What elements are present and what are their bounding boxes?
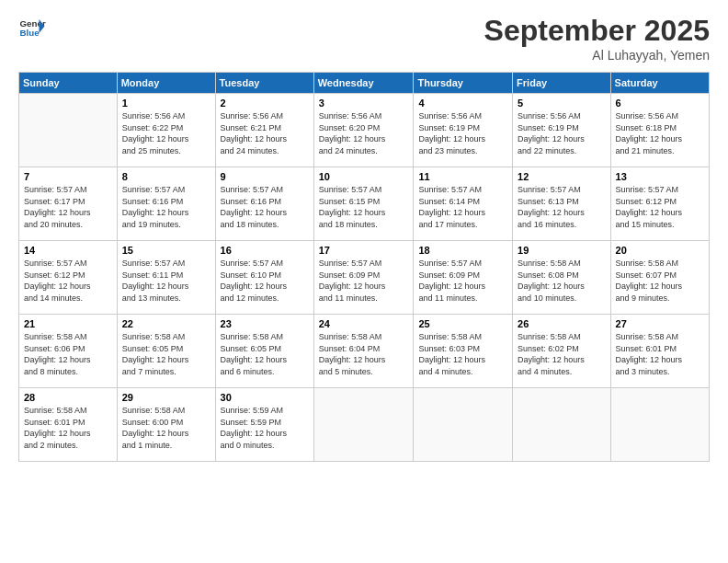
calendar-week-row: 21Sunrise: 5:58 AM Sunset: 6:06 PM Dayli… xyxy=(19,315,710,388)
table-row: 12Sunrise: 5:57 AM Sunset: 6:13 PM Dayli… xyxy=(513,167,610,241)
header: General Blue September 2025 Al Luhayyah,… xyxy=(18,14,710,63)
logo-icon: General Blue xyxy=(18,14,46,41)
day-number: 14 xyxy=(24,245,112,256)
day-info: Sunrise: 5:57 AM Sunset: 6:14 PM Dayligh… xyxy=(418,184,507,230)
day-number: 25 xyxy=(418,318,507,329)
day-info: Sunrise: 5:58 AM Sunset: 6:02 PM Dayligh… xyxy=(518,331,605,377)
table-row: 9Sunrise: 5:57 AM Sunset: 6:16 PM Daylig… xyxy=(215,167,313,241)
day-number: 10 xyxy=(319,171,409,182)
day-info: Sunrise: 5:58 AM Sunset: 6:06 PM Dayligh… xyxy=(24,331,112,377)
day-number: 1 xyxy=(122,98,210,109)
day-info: Sunrise: 5:57 AM Sunset: 6:16 PM Dayligh… xyxy=(122,184,210,230)
col-thursday: Thursday xyxy=(414,73,513,94)
day-info: Sunrise: 5:57 AM Sunset: 6:13 PM Dayligh… xyxy=(518,184,605,230)
day-info: Sunrise: 5:57 AM Sunset: 6:09 PM Dayligh… xyxy=(319,258,409,304)
day-info: Sunrise: 5:58 AM Sunset: 6:07 PM Dayligh… xyxy=(616,258,704,304)
table-row: 1Sunrise: 5:56 AM Sunset: 6:22 PM Daylig… xyxy=(117,94,215,167)
day-number: 17 xyxy=(319,245,409,256)
day-info: Sunrise: 5:57 AM Sunset: 6:09 PM Dayligh… xyxy=(418,258,507,304)
day-info: Sunrise: 5:57 AM Sunset: 6:15 PM Dayligh… xyxy=(319,184,409,230)
table-row: 29Sunrise: 5:58 AM Sunset: 6:00 PM Dayli… xyxy=(117,388,215,462)
table-row xyxy=(313,388,414,462)
day-info: Sunrise: 5:58 AM Sunset: 6:08 PM Dayligh… xyxy=(518,258,605,304)
day-number: 20 xyxy=(616,245,704,256)
day-info: Sunrise: 5:58 AM Sunset: 6:05 PM Dayligh… xyxy=(122,331,210,377)
table-row: 23Sunrise: 5:58 AM Sunset: 6:05 PM Dayli… xyxy=(215,315,313,388)
table-row: 5Sunrise: 5:56 AM Sunset: 6:19 PM Daylig… xyxy=(513,94,610,167)
month-title: September 2025 xyxy=(484,14,710,48)
page: General Blue September 2025 Al Luhayyah,… xyxy=(0,0,728,563)
calendar-week-row: 14Sunrise: 5:57 AM Sunset: 6:12 PM Dayli… xyxy=(19,241,710,315)
day-info: Sunrise: 5:57 AM Sunset: 6:16 PM Dayligh… xyxy=(221,184,309,230)
day-number: 22 xyxy=(122,318,210,329)
day-info: Sunrise: 5:58 AM Sunset: 6:04 PM Dayligh… xyxy=(319,331,409,377)
day-number: 8 xyxy=(122,171,210,182)
day-info: Sunrise: 5:56 AM Sunset: 6:18 PM Dayligh… xyxy=(616,110,704,156)
day-number: 4 xyxy=(418,98,507,109)
col-saturday: Saturday xyxy=(610,73,709,94)
day-info: Sunrise: 5:59 AM Sunset: 5:59 PM Dayligh… xyxy=(221,405,309,451)
day-info: Sunrise: 5:57 AM Sunset: 6:12 PM Dayligh… xyxy=(616,184,704,230)
calendar-week-row: 1Sunrise: 5:56 AM Sunset: 6:22 PM Daylig… xyxy=(19,94,710,167)
day-number: 12 xyxy=(518,171,605,182)
table-row: 4Sunrise: 5:56 AM Sunset: 6:19 PM Daylig… xyxy=(414,94,513,167)
day-number: 6 xyxy=(616,98,704,109)
col-tuesday: Tuesday xyxy=(215,73,313,94)
table-row: 3Sunrise: 5:56 AM Sunset: 6:20 PM Daylig… xyxy=(313,94,414,167)
table-row: 10Sunrise: 5:57 AM Sunset: 6:15 PM Dayli… xyxy=(313,167,414,241)
col-monday: Monday xyxy=(117,73,215,94)
table-row xyxy=(610,388,709,462)
table-row: 8Sunrise: 5:57 AM Sunset: 6:16 PM Daylig… xyxy=(117,167,215,241)
table-row xyxy=(513,388,610,462)
table-row: 30Sunrise: 5:59 AM Sunset: 5:59 PM Dayli… xyxy=(215,388,313,462)
day-number: 28 xyxy=(24,392,112,403)
table-row: 18Sunrise: 5:57 AM Sunset: 6:09 PM Dayli… xyxy=(414,241,513,315)
day-number: 3 xyxy=(319,98,409,109)
table-row: 26Sunrise: 5:58 AM Sunset: 6:02 PM Dayli… xyxy=(513,315,610,388)
day-number: 5 xyxy=(518,98,605,109)
table-row: 14Sunrise: 5:57 AM Sunset: 6:12 PM Dayli… xyxy=(19,241,118,315)
calendar-week-row: 7Sunrise: 5:57 AM Sunset: 6:17 PM Daylig… xyxy=(19,167,710,241)
table-row: 25Sunrise: 5:58 AM Sunset: 6:03 PM Dayli… xyxy=(414,315,513,388)
day-number: 26 xyxy=(518,318,605,329)
day-info: Sunrise: 5:58 AM Sunset: 6:03 PM Dayligh… xyxy=(418,331,507,377)
table-row: 16Sunrise: 5:57 AM Sunset: 6:10 PM Dayli… xyxy=(215,241,313,315)
day-number: 15 xyxy=(122,245,210,256)
table-row: 11Sunrise: 5:57 AM Sunset: 6:14 PM Dayli… xyxy=(414,167,513,241)
day-number: 24 xyxy=(319,318,409,329)
day-number: 27 xyxy=(616,318,704,329)
table-row: 13Sunrise: 5:57 AM Sunset: 6:12 PM Dayli… xyxy=(610,167,709,241)
day-number: 21 xyxy=(24,318,112,329)
table-row: 24Sunrise: 5:58 AM Sunset: 6:04 PM Dayli… xyxy=(313,315,414,388)
day-number: 29 xyxy=(122,392,210,403)
day-info: Sunrise: 5:58 AM Sunset: 6:01 PM Dayligh… xyxy=(616,331,704,377)
table-row: 27Sunrise: 5:58 AM Sunset: 6:01 PM Dayli… xyxy=(610,315,709,388)
day-info: Sunrise: 5:57 AM Sunset: 6:17 PM Dayligh… xyxy=(24,184,112,230)
logo: General Blue xyxy=(18,14,46,41)
calendar-week-row: 28Sunrise: 5:58 AM Sunset: 6:01 PM Dayli… xyxy=(19,388,710,462)
col-wednesday: Wednesday xyxy=(313,73,414,94)
day-info: Sunrise: 5:57 AM Sunset: 6:11 PM Dayligh… xyxy=(122,258,210,304)
col-sunday: Sunday xyxy=(19,73,118,94)
day-info: Sunrise: 5:56 AM Sunset: 6:21 PM Dayligh… xyxy=(221,110,309,156)
table-row: 6Sunrise: 5:56 AM Sunset: 6:18 PM Daylig… xyxy=(610,94,709,167)
day-info: Sunrise: 5:56 AM Sunset: 6:19 PM Dayligh… xyxy=(418,110,507,156)
calendar-header-row: Sunday Monday Tuesday Wednesday Thursday… xyxy=(19,73,710,94)
col-friday: Friday xyxy=(513,73,610,94)
day-number: 11 xyxy=(418,171,507,182)
day-info: Sunrise: 5:57 AM Sunset: 6:10 PM Dayligh… xyxy=(221,258,309,304)
day-number: 30 xyxy=(221,392,309,403)
day-info: Sunrise: 5:56 AM Sunset: 6:20 PM Dayligh… xyxy=(319,110,409,156)
day-number: 2 xyxy=(221,98,309,109)
location: Al Luhayyah, Yemen xyxy=(484,48,710,63)
day-info: Sunrise: 5:56 AM Sunset: 6:22 PM Dayligh… xyxy=(122,110,210,156)
day-number: 18 xyxy=(418,245,507,256)
table-row: 21Sunrise: 5:58 AM Sunset: 6:06 PM Dayli… xyxy=(19,315,118,388)
table-row: 22Sunrise: 5:58 AM Sunset: 6:05 PM Dayli… xyxy=(117,315,215,388)
day-info: Sunrise: 5:56 AM Sunset: 6:19 PM Dayligh… xyxy=(518,110,605,156)
day-number: 13 xyxy=(616,171,704,182)
table-row: 2Sunrise: 5:56 AM Sunset: 6:21 PM Daylig… xyxy=(215,94,313,167)
day-number: 16 xyxy=(221,245,309,256)
table-row: 28Sunrise: 5:58 AM Sunset: 6:01 PM Dayli… xyxy=(19,388,118,462)
table-row: 7Sunrise: 5:57 AM Sunset: 6:17 PM Daylig… xyxy=(19,167,118,241)
